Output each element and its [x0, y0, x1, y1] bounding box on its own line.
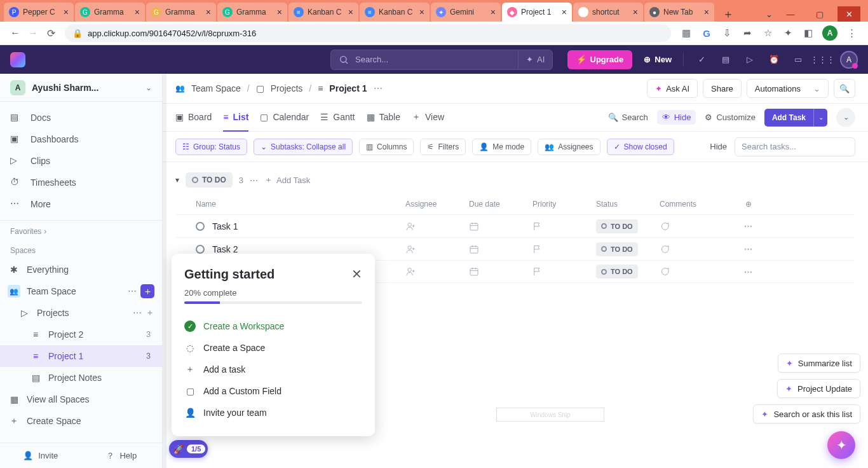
comments-cell[interactable] — [660, 266, 736, 277]
status-dot-icon[interactable] — [196, 222, 205, 231]
browser-tab[interactable]: GGramma× — [146, 3, 216, 22]
priority-cell[interactable] — [532, 266, 596, 277]
assignee-cell[interactable] — [405, 266, 469, 277]
due-date-cell[interactable] — [469, 221, 532, 231]
ai-button[interactable]: ✦ AI — [518, 50, 553, 70]
window-minimize[interactable]: ― — [779, 6, 802, 22]
assignee-cell[interactable] — [405, 244, 469, 254]
group-by-chip[interactable]: ☷Group: Status — [175, 139, 247, 155]
breadcrumb-team[interactable]: Team Space — [191, 83, 241, 93]
sidebar-item-everything[interactable]: ✱Everything — [0, 259, 162, 280]
search-icon-button[interactable]: 🔍 — [834, 79, 855, 98]
browser-tab[interactable]: ≡Kanban C× — [288, 3, 358, 22]
sidebar-item-projects-folder[interactable]: ▷ Projects ⋯＋ — [0, 302, 162, 324]
search-ask-button[interactable]: ✦Search or ask this list — [753, 404, 860, 423]
sidebar-item-timesheets[interactable]: ⏱Timesheets — [0, 172, 162, 193]
status-cell[interactable]: TO DO — [596, 265, 660, 279]
sidebar-item-docs[interactable]: ▤Docs — [0, 107, 162, 128]
more-options[interactable]: ⌄ — [836, 108, 855, 127]
google-icon[interactable]: G — [700, 27, 713, 39]
assignee-cell[interactable] — [405, 221, 469, 231]
sidebar-item-team-space[interactable]: 👥 Team Space ⋯＋ — [0, 280, 162, 302]
close-icon[interactable]: × — [562, 7, 567, 17]
status-cell[interactable]: TO DO — [596, 219, 660, 233]
due-date-cell[interactable] — [469, 266, 532, 277]
doc-icon[interactable]: ▭ — [792, 53, 804, 66]
browser-tab[interactable]: GGramma× — [75, 3, 145, 22]
more-icon[interactable]: ⋯ — [128, 286, 137, 296]
close-icon[interactable]: × — [135, 7, 140, 17]
breadcrumb-projects[interactable]: Projects — [271, 83, 303, 93]
row-options[interactable]: ⋯ — [736, 244, 761, 254]
close-icon[interactable]: × — [419, 7, 424, 17]
sidebar-item-view-all-spaces[interactable]: ▦View all Spaces — [0, 389, 162, 410]
row-options[interactable]: ⋯ — [736, 221, 761, 231]
workspace-switcher[interactable]: A Ayushi Sharm... ⌄ — [0, 74, 162, 102]
kebab-menu-icon[interactable]: ⋮ — [845, 27, 858, 39]
view-calendar[interactable]: ▢Calendar — [260, 104, 309, 132]
show-closed-chip[interactable]: ✓Show closed — [607, 139, 674, 155]
browser-tab[interactable]: ◆Project 1× — [502, 3, 572, 22]
more-icon[interactable]: ⋯ — [133, 308, 142, 318]
sidebar-item-clips[interactable]: ▷Clips — [0, 150, 162, 172]
hide-filters[interactable]: Hide — [710, 142, 727, 151]
summarize-list-button[interactable]: ✦Summarize list — [778, 354, 860, 373]
list-search[interactable]: 🔍Search — [608, 113, 648, 122]
nav-back[interactable]: ← — [6, 24, 24, 42]
close-icon[interactable]: × — [704, 7, 709, 17]
apps-grid-icon[interactable]: ⋮⋮⋮ — [816, 53, 829, 66]
subtasks-chip[interactable]: ⌄Subtasks: Collapse all — [254, 139, 353, 155]
url-input[interactable]: 🔒 app.clickup.com/9016470452/v/l/8cpruxm… — [65, 24, 671, 42]
onboarding-step[interactable]: ◌Create a Space — [184, 337, 362, 359]
col-assignee[interactable]: Assignee — [405, 200, 469, 209]
col-name[interactable]: Name — [196, 200, 405, 209]
onboarding-step[interactable]: ▢Add a Custom Field — [184, 380, 362, 402]
favorites-header[interactable]: Favorites › — [0, 221, 162, 240]
share-icon[interactable]: ➦ — [741, 27, 754, 39]
more-icon[interactable]: ⋯ — [374, 83, 383, 93]
browser-tab[interactable]: ≡Kanban C× — [360, 3, 430, 22]
automations-button[interactable]: Automations⌄ — [747, 79, 829, 98]
user-avatar[interactable]: A — [840, 51, 858, 69]
me-mode-chip[interactable]: 👤Me mode — [472, 139, 531, 155]
global-search[interactable]: Search... — [330, 50, 518, 70]
alarm-icon[interactable]: ⏰ — [768, 53, 780, 66]
sidebar-item-project-notes[interactable]: ▤ Project Notes — [0, 367, 162, 389]
window-close[interactable]: ✕ — [837, 6, 860, 22]
upgrade-button[interactable]: ⚡ Upgrade — [567, 50, 633, 69]
status-pill[interactable]: TO DO — [186, 172, 233, 188]
view-gantt[interactable]: ☰Gantt — [320, 104, 355, 132]
col-priority[interactable]: Priority — [532, 200, 596, 209]
search-tasks-input[interactable]: Search tasks... — [735, 137, 855, 156]
assignees-chip[interactable]: 👥Assignees — [538, 139, 600, 155]
sidepanel-icon[interactable]: ◧ — [802, 27, 815, 39]
task-row[interactable]: Task 1TO DO⋯ — [175, 214, 855, 237]
hide-toggle[interactable]: 👁Hide — [657, 110, 696, 125]
col-due[interactable]: Due date — [469, 200, 532, 209]
plus-icon[interactable]: ＋ — [146, 307, 154, 319]
share-button[interactable]: Share — [703, 79, 742, 98]
priority-cell[interactable] — [532, 244, 596, 254]
install-icon[interactable]: ⇩ — [721, 27, 733, 39]
bookmark-icon[interactable]: ☆ — [761, 27, 774, 39]
task-name[interactable]: Task 2 — [212, 244, 405, 254]
view-board[interactable]: ▣Board — [175, 104, 212, 132]
close-icon[interactable]: × — [491, 7, 496, 17]
onboarding-step[interactable]: ＋Add a task — [184, 359, 362, 380]
newtab-plus-icon[interactable]: ＋ — [722, 6, 734, 22]
step-indicator[interactable]: 🚀 1/5 — [169, 440, 208, 458]
view-list[interactable]: ≡List — [223, 104, 248, 132]
col-comments[interactable]: Comments — [660, 200, 736, 209]
sidebar-item-more[interactable]: ⋯More — [0, 193, 162, 215]
sidebar-item-create-space[interactable]: ＋Create Space — [0, 410, 162, 432]
comments-cell[interactable] — [660, 221, 736, 231]
close-icon[interactable]: × — [348, 7, 353, 17]
video-icon[interactable]: ▷ — [743, 53, 756, 66]
close-icon[interactable]: × — [64, 7, 69, 17]
sidebar-item-dashboards[interactable]: ▣Dashboards — [0, 128, 162, 150]
view-table[interactable]: ▦Table — [367, 104, 400, 132]
help-button[interactable]: ？Help — [81, 443, 163, 468]
ask-ai-button[interactable]: ✦Ask AI — [647, 79, 698, 98]
browser-tab[interactable]: ●New Tab× — [644, 3, 714, 22]
row-options[interactable]: ⋯ — [736, 267, 761, 277]
